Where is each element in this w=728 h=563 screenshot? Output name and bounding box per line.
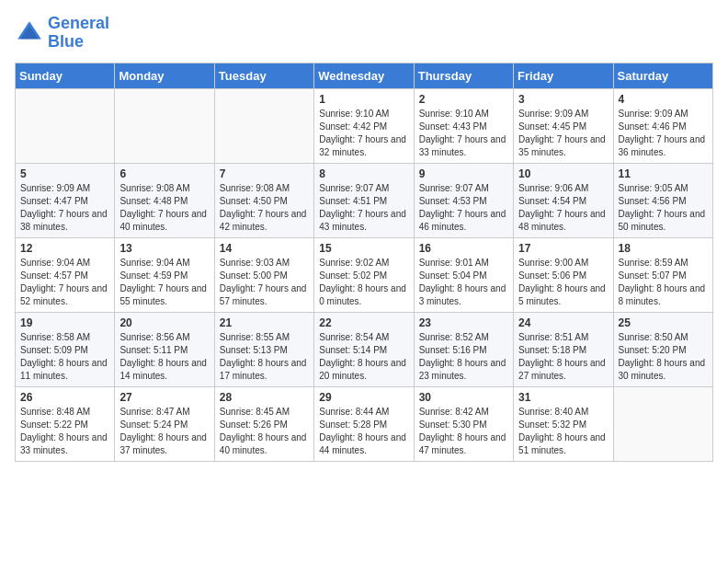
calendar-day: 27Sunrise: 8:47 AM Sunset: 5:24 PM Dayli…: [115, 386, 214, 461]
calendar-body: 1Sunrise: 9:10 AM Sunset: 4:42 PM Daylig…: [16, 88, 713, 461]
day-number: 23: [419, 316, 508, 329]
calendar-day: 12Sunrise: 9:04 AM Sunset: 4:57 PM Dayli…: [16, 237, 115, 312]
calendar-day: [115, 88, 214, 163]
calendar-day: 20Sunrise: 8:56 AM Sunset: 5:11 PM Dayli…: [115, 312, 214, 386]
calendar-day: 2Sunrise: 9:10 AM Sunset: 4:43 PM Daylig…: [414, 88, 513, 163]
day-number: 9: [419, 167, 508, 180]
day-number: 4: [619, 93, 708, 106]
header-day: Wednesday: [314, 63, 414, 88]
day-detail: Sunrise: 9:10 AM Sunset: 4:42 PM Dayligh…: [319, 108, 408, 159]
day-number: 24: [518, 316, 608, 329]
day-detail: Sunrise: 9:09 AM Sunset: 4:47 PM Dayligh…: [20, 182, 109, 234]
calendar-day: 24Sunrise: 8:51 AM Sunset: 5:18 PM Dayli…: [514, 312, 613, 386]
day-number: 26: [20, 391, 109, 404]
day-detail: Sunrise: 9:08 AM Sunset: 4:50 PM Dayligh…: [220, 182, 309, 234]
day-detail: Sunrise: 8:56 AM Sunset: 5:11 PM Dayligh…: [119, 331, 209, 383]
header-row: SundayMondayTuesdayWednesdayThursdayFrid…: [16, 63, 713, 88]
header-day: Thursday: [414, 63, 513, 88]
day-detail: Sunrise: 8:59 AM Sunset: 5:07 PM Dayligh…: [619, 257, 708, 308]
calendar-day: [16, 88, 115, 163]
day-number: 30: [419, 391, 508, 404]
calendar-day: 14Sunrise: 9:03 AM Sunset: 5:00 PM Dayli…: [214, 237, 313, 312]
header-day: Sunday: [16, 63, 115, 88]
calendar-day: 16Sunrise: 9:01 AM Sunset: 5:04 PM Dayli…: [414, 237, 513, 312]
day-detail: Sunrise: 8:55 AM Sunset: 5:13 PM Dayligh…: [220, 331, 309, 383]
day-number: 7: [220, 167, 309, 180]
day-number: 16: [419, 242, 508, 255]
day-detail: Sunrise: 8:48 AM Sunset: 5:22 PM Dayligh…: [20, 406, 109, 457]
calendar-day: 8Sunrise: 9:07 AM Sunset: 4:51 PM Daylig…: [314, 163, 414, 237]
calendar-day: 6Sunrise: 9:08 AM Sunset: 4:48 PM Daylig…: [115, 163, 214, 237]
calendar-day: 10Sunrise: 9:06 AM Sunset: 4:54 PM Dayli…: [514, 163, 613, 237]
day-number: 31: [518, 391, 608, 404]
calendar-table: SundayMondayTuesdayWednesdayThursdayFrid…: [15, 63, 713, 462]
calendar-day: 28Sunrise: 8:45 AM Sunset: 5:26 PM Dayli…: [214, 386, 313, 461]
day-detail: Sunrise: 8:47 AM Sunset: 5:24 PM Dayligh…: [119, 406, 209, 457]
day-detail: Sunrise: 8:54 AM Sunset: 5:14 PM Dayligh…: [319, 331, 408, 383]
calendar-header: SundayMondayTuesdayWednesdayThursdayFrid…: [16, 63, 713, 88]
day-number: 17: [518, 242, 608, 255]
day-detail: Sunrise: 9:09 AM Sunset: 4:46 PM Dayligh…: [619, 108, 708, 159]
calendar-day: 21Sunrise: 8:55 AM Sunset: 5:13 PM Dayli…: [214, 312, 313, 386]
day-number: 29: [319, 391, 408, 404]
day-detail: Sunrise: 9:04 AM Sunset: 4:59 PM Dayligh…: [119, 257, 209, 308]
logo-icon: [15, 18, 44, 48]
day-number: 14: [220, 242, 309, 255]
calendar-day: 7Sunrise: 9:08 AM Sunset: 4:50 PM Daylig…: [214, 163, 313, 237]
logo-text: General Blue: [48, 15, 109, 52]
calendar-day: 1Sunrise: 9:10 AM Sunset: 4:42 PM Daylig…: [314, 88, 414, 163]
day-number: 28: [220, 391, 309, 404]
calendar-week: 26Sunrise: 8:48 AM Sunset: 5:22 PM Dayli…: [16, 386, 713, 461]
calendar-day: 4Sunrise: 9:09 AM Sunset: 4:46 PM Daylig…: [613, 88, 712, 163]
day-number: 5: [20, 167, 109, 180]
day-number: 18: [619, 242, 708, 255]
calendar-day: 17Sunrise: 9:00 AM Sunset: 5:06 PM Dayli…: [514, 237, 613, 312]
header-day: Saturday: [613, 63, 712, 88]
header-day: Tuesday: [214, 63, 313, 88]
day-number: 2: [419, 93, 508, 106]
calendar-day: [214, 88, 313, 163]
day-detail: Sunrise: 9:07 AM Sunset: 4:53 PM Dayligh…: [419, 182, 508, 234]
calendar-day: 23Sunrise: 8:52 AM Sunset: 5:16 PM Dayli…: [414, 312, 513, 386]
calendar-day: 15Sunrise: 9:02 AM Sunset: 5:02 PM Dayli…: [314, 237, 414, 312]
calendar-week: 1Sunrise: 9:10 AM Sunset: 4:42 PM Daylig…: [16, 88, 713, 163]
calendar-day: 29Sunrise: 8:44 AM Sunset: 5:28 PM Dayli…: [314, 386, 414, 461]
header-day: Friday: [514, 63, 613, 88]
day-detail: Sunrise: 9:08 AM Sunset: 4:48 PM Dayligh…: [119, 182, 209, 234]
header-day: Monday: [115, 63, 214, 88]
day-detail: Sunrise: 9:04 AM Sunset: 4:57 PM Dayligh…: [20, 257, 109, 308]
day-detail: Sunrise: 9:10 AM Sunset: 4:43 PM Dayligh…: [419, 108, 508, 159]
day-number: 11: [619, 167, 708, 180]
calendar-day: 5Sunrise: 9:09 AM Sunset: 4:47 PM Daylig…: [16, 163, 115, 237]
day-number: 27: [119, 391, 209, 404]
day-number: 3: [518, 93, 608, 106]
day-number: 25: [619, 316, 708, 329]
page-header: General Blue: [15, 15, 713, 52]
day-number: 8: [319, 167, 408, 180]
day-number: 15: [319, 242, 408, 255]
day-detail: Sunrise: 8:58 AM Sunset: 5:09 PM Dayligh…: [20, 331, 109, 383]
calendar-week: 19Sunrise: 8:58 AM Sunset: 5:09 PM Dayli…: [16, 312, 713, 386]
calendar-day: 18Sunrise: 8:59 AM Sunset: 5:07 PM Dayli…: [613, 237, 712, 312]
calendar-day: 31Sunrise: 8:40 AM Sunset: 5:32 PM Dayli…: [514, 386, 613, 461]
day-detail: Sunrise: 8:42 AM Sunset: 5:30 PM Dayligh…: [419, 406, 508, 457]
calendar-day: 11Sunrise: 9:05 AM Sunset: 4:56 PM Dayli…: [613, 163, 712, 237]
day-detail: Sunrise: 9:05 AM Sunset: 4:56 PM Dayligh…: [619, 182, 708, 234]
day-detail: Sunrise: 9:03 AM Sunset: 5:00 PM Dayligh…: [220, 257, 309, 308]
calendar-day: 25Sunrise: 8:50 AM Sunset: 5:20 PM Dayli…: [613, 312, 712, 386]
day-number: 21: [220, 316, 309, 329]
day-detail: Sunrise: 8:44 AM Sunset: 5:28 PM Dayligh…: [319, 406, 408, 457]
day-number: 13: [119, 242, 209, 255]
day-number: 19: [20, 316, 109, 329]
logo: General Blue: [15, 15, 109, 52]
day-number: 6: [119, 167, 209, 180]
day-detail: Sunrise: 9:09 AM Sunset: 4:45 PM Dayligh…: [518, 108, 608, 159]
day-number: 10: [518, 167, 608, 180]
day-detail: Sunrise: 9:02 AM Sunset: 5:02 PM Dayligh…: [319, 257, 408, 308]
calendar-day: 19Sunrise: 8:58 AM Sunset: 5:09 PM Dayli…: [16, 312, 115, 386]
calendar-day: 3Sunrise: 9:09 AM Sunset: 4:45 PM Daylig…: [514, 88, 613, 163]
calendar-week: 5Sunrise: 9:09 AM Sunset: 4:47 PM Daylig…: [16, 163, 713, 237]
day-number: 1: [319, 93, 408, 106]
day-detail: Sunrise: 8:50 AM Sunset: 5:20 PM Dayligh…: [619, 331, 708, 383]
calendar-day: 30Sunrise: 8:42 AM Sunset: 5:30 PM Dayli…: [414, 386, 513, 461]
